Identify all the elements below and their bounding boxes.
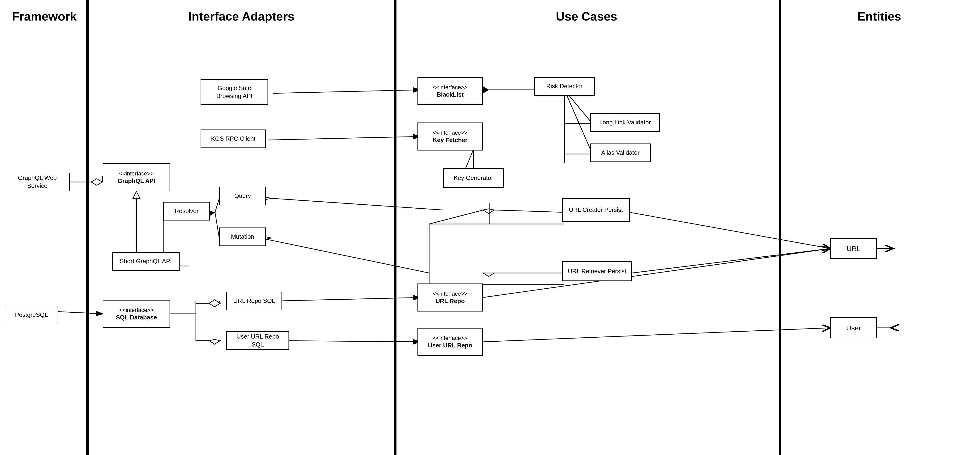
box-graphql-web-service: GraphQL Web Service: [5, 172, 70, 192]
divider-2: [394, 0, 396, 455]
svg-line-9: [56, 311, 103, 314]
svg-marker-12: [209, 300, 220, 307]
box-key-generator: Key Generator: [443, 168, 504, 188]
svg-line-27: [565, 90, 592, 154]
svg-line-45: [483, 328, 830, 342]
svg-line-33: [215, 198, 219, 212]
svg-marker-4: [133, 192, 140, 198]
svg-line-58: [260, 238, 429, 273]
connections-svg: [0, 0, 980, 455]
divider-3: [779, 0, 781, 455]
box-url-entity: URL: [830, 238, 877, 259]
box-user-entity: User: [830, 317, 877, 338]
diagram: Framework Interface Adapters Use Cases E…: [0, 0, 980, 455]
box-url-creator-persist: URL Creator Persist: [562, 198, 630, 222]
box-url-repo-sql: URL Repo SQL: [226, 292, 282, 310]
svg-line-43: [632, 249, 830, 273]
svg-marker-2: [91, 179, 102, 185]
box-google-safe-browsing: Google SafeBrowsing API: [200, 79, 268, 105]
svg-marker-38: [483, 209, 494, 214]
svg-marker-40: [483, 273, 494, 276]
box-blacklist: <<interface>> BlackList: [417, 77, 483, 105]
svg-marker-15: [209, 340, 220, 344]
box-kgs-rpc-client: KGS RPC Client: [200, 129, 266, 148]
box-user-url-repo-sql: User URL Repo SQL: [226, 331, 289, 350]
svg-line-57: [429, 210, 483, 224]
svg-line-42: [630, 212, 830, 249]
svg-line-19: [282, 341, 420, 342]
box-user-url-repo: <<interface>> User URL Repo: [417, 328, 483, 356]
box-risk-detector: Risk Detector: [534, 77, 595, 96]
box-postgresql: PostgreSQL: [5, 306, 58, 324]
divider-1: [86, 0, 89, 455]
box-url-repo: <<interface>> URL Repo: [417, 284, 483, 311]
box-graphql-api: <<interface>> GraphQL API: [103, 163, 170, 192]
box-key-fetcher: <<interface>> Key Fetcher: [417, 123, 483, 150]
header-framework: Framework: [5, 10, 84, 23]
box-short-graphql-api: Short GraphQL API: [112, 252, 180, 271]
svg-line-18: [275, 297, 420, 301]
box-mutation: Mutation: [219, 228, 266, 246]
box-sql-database: <<interface>> SQL Database: [103, 300, 170, 328]
svg-line-44: [483, 249, 830, 297]
box-resolver: Resolver: [163, 202, 210, 220]
svg-line-20: [273, 90, 420, 93]
svg-line-21: [268, 136, 420, 140]
svg-line-34: [215, 212, 219, 238]
header-use-cases: Use Cases: [396, 10, 776, 23]
header-entities: Entities: [781, 10, 977, 23]
box-query: Query: [219, 187, 266, 205]
box-url-retriever-persist: URL Retriever Persist: [562, 261, 632, 281]
svg-line-39: [494, 210, 565, 212]
box-alias-validator: Alias Validator: [590, 144, 651, 162]
box-long-link-validator: Long Link Validator: [590, 113, 660, 132]
header-interface-adapters: Interface Adapters: [91, 10, 392, 23]
svg-line-14: [219, 301, 220, 303]
svg-line-36: [272, 198, 443, 210]
